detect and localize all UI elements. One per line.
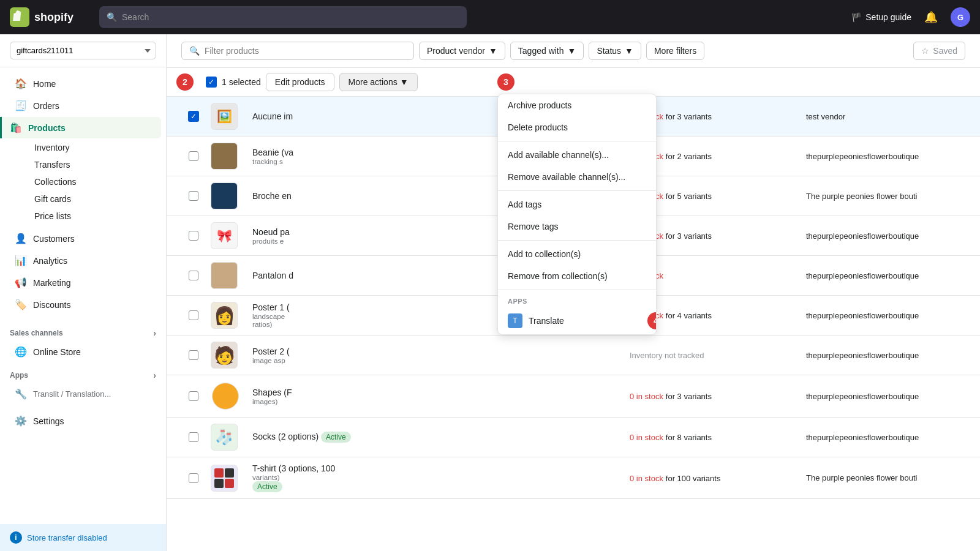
sidebar-item-customers[interactable]: 👤 Customers <box>5 228 161 249</box>
sidebar-item-gift-cards[interactable]: Gift cards <box>27 190 166 208</box>
sidebar-item-transfers[interactable]: Transfers <box>27 156 166 173</box>
sidebar-item-discounts[interactable]: 🏷️ Discounts <box>5 294 161 315</box>
row-checkbox[interactable] <box>189 473 198 483</box>
sidebar-item-inventory[interactable]: Inventory <box>27 139 166 156</box>
search-bar[interactable]: 🔍 <box>99 6 467 28</box>
remove-collection-option[interactable]: Remove from collection(s) <box>498 265 656 287</box>
remove-tags-option[interactable]: Remove tags <box>498 216 656 238</box>
chevron-down-icon: ▼ <box>400 77 409 87</box>
product-vendor: thepurplepeoniesflowerboutique <box>806 433 965 442</box>
row-checkbox[interactable] <box>189 310 198 320</box>
product-vendor: The purple peonies flower bouti <box>806 192 965 201</box>
status-filter[interactable]: Status ▼ <box>589 42 641 60</box>
sidebar-item-online-store[interactable]: 🌐 Online Store <box>5 341 161 362</box>
store-selector[interactable]: giftcards211011 <box>0 34 166 67</box>
sidebar-item-orders[interactable]: 🧾 Orders <box>5 95 161 116</box>
apps-section-label: APPS <box>498 293 656 307</box>
sidebar-item-home[interactable]: 🏠 Home <box>5 73 161 94</box>
edit-products-button[interactable]: Edit products <box>266 73 334 91</box>
apps-expand[interactable]: › <box>153 370 156 380</box>
table-row: 🧦 Socks (2 options) Active 0 in stock fo… <box>167 418 980 457</box>
product-inventory: 0 in stock for 100 variants <box>630 473 801 483</box>
sidebar-item-label: Translit / Translation... <box>33 389 111 399</box>
product-name: Poster 2 (image asp <box>252 347 583 364</box>
sidebar-item-products[interactable]: 🛍️ Products <box>0 117 161 138</box>
row-checkbox[interactable] <box>189 432 198 442</box>
product-inventory: 0 in stock for 3 variants <box>630 391 801 401</box>
dropdown-divider-3 <box>498 240 656 241</box>
more-actions-button[interactable]: More actions ▼ <box>339 73 418 91</box>
settings-icon: ⚙️ <box>15 415 27 427</box>
product-thumbnail <box>211 182 238 209</box>
home-icon: 🏠 <box>15 78 27 89</box>
setup-guide-button[interactable]: 🏴 Setup guide <box>851 12 911 22</box>
row-checkbox[interactable] <box>189 350 198 360</box>
sidebar-item-price-lists[interactable]: Price lists <box>27 208 166 225</box>
delete-products-option[interactable]: Delete products <box>498 116 656 138</box>
logo-text: shopify <box>34 11 74 24</box>
notifications-button[interactable]: 🔔 <box>921 7 941 27</box>
row-checkbox[interactable] <box>189 271 198 280</box>
tagged-with-filter[interactable]: Tagged with ▼ <box>510 42 584 60</box>
chevron-down-icon: ▼ <box>625 46 633 56</box>
product-name: Socks (2 options) Active <box>252 432 583 443</box>
flag-icon: 🏴 <box>851 12 862 22</box>
product-vendor: The purple peonies flower bouti <box>806 473 965 482</box>
store-select[interactable]: giftcards211011 <box>10 42 156 59</box>
add-collection-option[interactable]: Add to collection(s) <box>498 243 656 265</box>
sidebar-item-collections[interactable]: Collections <box>27 173 166 190</box>
customers-icon: 👤 <box>15 233 27 244</box>
row-checkbox[interactable] <box>189 191 198 201</box>
translate-option[interactable]: T Translate 4 <box>498 307 656 334</box>
dropdown-divider-2 <box>498 190 656 191</box>
select-all-checkbox[interactable]: ✓ <box>206 77 217 88</box>
product-vendor: thepurplepeoniesflowerboutique <box>806 152 965 161</box>
avatar[interactable]: G <box>951 7 970 27</box>
marketing-icon: 📢 <box>15 277 27 288</box>
star-icon: ☆ <box>921 46 929 56</box>
saved-button[interactable]: ☆ Saved <box>913 42 965 60</box>
search-input[interactable] <box>122 12 459 22</box>
filter-bar: 🔍 Product vendor ▼ Tagged with ▼ Status … <box>167 34 980 68</box>
sales-channels-section: Sales channels › <box>0 321 166 340</box>
sidebar-item-settings[interactable]: ⚙️ Settings <box>5 410 161 432</box>
sidebar-item-label: Orders <box>33 101 59 111</box>
sidebar-item-label: Marketing <box>33 278 70 288</box>
step-badge-2: 2 <box>176 73 194 91</box>
step-badge-4: 4 <box>647 312 657 329</box>
row-checkbox[interactable] <box>189 391 198 401</box>
add-channels-option[interactable]: Add available channel(s)... <box>498 144 656 166</box>
dropdown-divider-1 <box>498 141 656 141</box>
more-filters-button[interactable]: More filters <box>646 42 704 60</box>
table-row: Shapes (Fimages) 0 in stock for 3 varian… <box>167 375 980 418</box>
remove-channels-option[interactable]: Remove available channel(s)... <box>498 166 656 188</box>
main-layout: giftcards211011 🏠 Home 🧾 Orders 🛍️ Produ… <box>0 34 980 551</box>
sidebar-item-analytics[interactable]: 📊 Analytics <box>5 250 161 271</box>
row-checkbox-checked[interactable]: ✓ <box>188 111 199 122</box>
product-thumbnail: 🧦 <box>211 424 238 451</box>
product-vendor: thepurplepeoniesflowerboutique <box>806 311 965 320</box>
row-checkbox-cell[interactable]: ✓ <box>181 111 206 122</box>
sidebar-item-label: Analytics <box>33 256 67 266</box>
products-sub-nav: Inventory Transfers Collections Gift car… <box>0 139 166 227</box>
archive-products-option[interactable]: Archive products <box>498 94 656 116</box>
add-tags-option[interactable]: Add tags <box>498 193 656 216</box>
discounts-icon: 🏷️ <box>15 299 27 310</box>
row-checkbox[interactable] <box>189 151 198 161</box>
sidebar-item-app1[interactable]: 🔧 Translit / Translation... <box>5 383 161 405</box>
info-icon: i <box>10 531 22 544</box>
action-bar: 2 ✓ 1 selected Edit products More action… <box>167 68 980 97</box>
product-inventory: 0 in stock for 8 variants <box>630 432 801 442</box>
product-thumbnail: 👩 <box>211 302 238 329</box>
product-vendor: thepurplepeoniesflowerboutique <box>806 351 965 360</box>
table-row: T-shirt (3 options, 100variants) Active … <box>167 457 980 499</box>
product-vendor-filter[interactable]: Product vendor ▼ <box>419 42 505 60</box>
dropdown-divider-4 <box>498 290 656 290</box>
sidebar-item-marketing[interactable]: 📢 Marketing <box>5 272 161 293</box>
row-checkbox[interactable] <box>189 231 198 241</box>
filter-products-input[interactable] <box>205 46 406 56</box>
filter-search-container[interactable]: 🔍 <box>181 42 414 60</box>
logo[interactable]: shopify <box>10 7 89 27</box>
sales-channels-expand[interactable]: › <box>153 328 156 338</box>
product-inventory: Inventory not tracked <box>630 350 801 360</box>
